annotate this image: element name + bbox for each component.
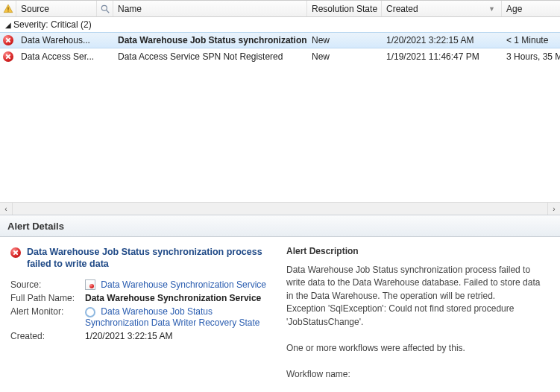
sort-desc-icon: ▼ (488, 5, 495, 13)
cell-resolution: New (307, 48, 382, 65)
header-severity-icon-col[interactable] (0, 1, 16, 16)
group-row-severity-critical[interactable]: ◢ Severity: Critical (2) (0, 17, 560, 32)
svg-rect-1 (7, 10, 8, 11)
link-alert-monitor[interactable]: Data Warehouse Job Status Synchronizatio… (85, 306, 271, 328)
service-error-icon (85, 279, 95, 290)
magnifier-icon (100, 4, 110, 14)
error-icon (3, 51, 13, 62)
cell-source: Data Access Ser... (16, 48, 97, 65)
alert-description-header: Alert Description (286, 246, 550, 256)
scroll-track[interactable] (13, 203, 547, 215)
label-created: Created: (10, 331, 85, 341)
svg-rect-0 (7, 7, 8, 10)
header-maint-icon-col[interactable] (97, 1, 113, 16)
error-icon (3, 35, 13, 45)
table-row[interactable]: Data Warehous... Data Warehouse Job Stat… (0, 32, 560, 48)
cell-created: 1/20/2021 3:22:15 AM (382, 33, 502, 48)
horizontal-scrollbar[interactable]: ‹ › (0, 202, 560, 215)
link-source[interactable]: Data Warehouse Synchronization Service (85, 279, 271, 291)
svg-line-3 (106, 10, 109, 13)
header-resolution-state[interactable]: Resolution State (307, 1, 382, 16)
scroll-left-button[interactable]: ‹ (0, 203, 13, 215)
header-source[interactable]: Source (16, 1, 97, 16)
group-expander-icon[interactable]: ◢ (3, 21, 13, 29)
cell-age: < 1 Minute (502, 33, 560, 48)
alert-description-workflows: One or more workflows were affected by t… (286, 342, 550, 355)
header-name[interactable]: Name (113, 1, 307, 16)
cell-resolution: New (307, 33, 382, 48)
header-created[interactable]: Created ▼ (382, 1, 502, 16)
alert-details-header: Alert Details (0, 215, 560, 237)
alert-title: Data Warehouse Job Status synchronizatio… (27, 246, 271, 271)
alert-description-text: Data Warehouse Job Status synchronizatio… (286, 264, 550, 329)
error-icon (10, 247, 21, 258)
cell-source: Data Warehous... (16, 33, 97, 48)
label-source: Source: (10, 279, 85, 291)
svg-point-2 (101, 5, 107, 10)
monitor-ring-icon (85, 307, 95, 317)
cell-name: Data Warehouse Job Status synchronizatio… (113, 33, 307, 48)
alert-sort-icon (3, 4, 13, 14)
group-label: Severity: Critical (2) (13, 19, 92, 30)
cell-age: 3 Hours, 35 Mi... (502, 48, 560, 65)
value-created: 1/20/2021 3:22:15 AM (85, 331, 271, 341)
cell-name: Data Access Service SPN Not Registered (113, 48, 307, 65)
cell-created: 1/19/2021 11:46:47 PM (382, 48, 502, 65)
label-alert-monitor: Alert Monitor: (10, 306, 85, 328)
label-full-path: Full Path Name: (10, 293, 85, 303)
scroll-right-button[interactable]: › (547, 203, 560, 215)
alert-description-workflow-name: Workflow name: (286, 368, 550, 381)
table-row[interactable]: Data Access Ser... Data Access Service S… (0, 48, 560, 65)
value-full-path: Data Warehouse Synchronization Service (85, 293, 271, 303)
header-age[interactable]: Age (502, 1, 560, 16)
